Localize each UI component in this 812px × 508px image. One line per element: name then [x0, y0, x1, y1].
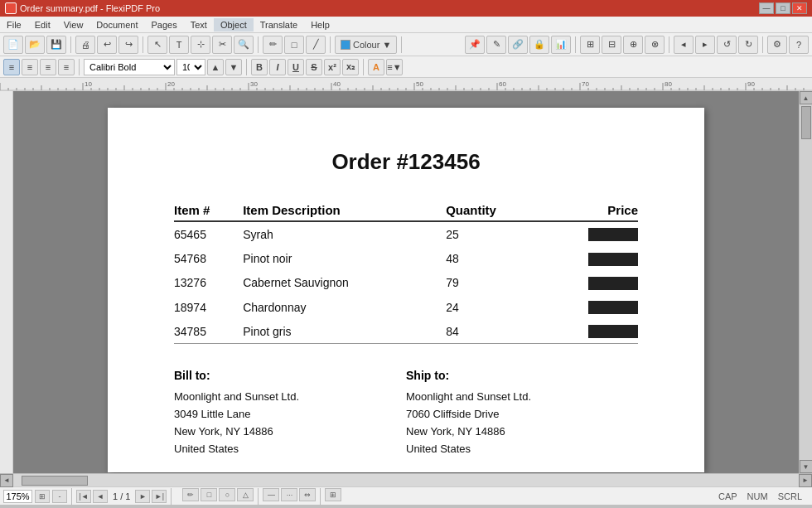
- prev-page-button[interactable]: ◄: [93, 490, 108, 503]
- sep3: [258, 36, 259, 53]
- menu-text[interactable]: Text: [184, 18, 214, 31]
- status-scr: SCRL: [778, 491, 802, 501]
- strikethrough-button[interactable]: S: [306, 59, 322, 75]
- highlight-button[interactable]: A: [368, 59, 384, 75]
- bt-line2[interactable]: ···: [281, 488, 297, 501]
- menu-translate[interactable]: Translate: [254, 18, 304, 31]
- close-button[interactable]: ✕: [792, 2, 807, 14]
- nav-btn2[interactable]: ▸: [695, 36, 715, 54]
- hscroll-thumb[interactable]: [22, 476, 88, 486]
- scroll-down-button[interactable]: ▼: [800, 460, 813, 473]
- price-redacted-box: [588, 301, 638, 314]
- draw-tool[interactable]: ✏: [263, 36, 283, 54]
- bt-tool4[interactable]: △: [237, 488, 254, 501]
- extra-btn2[interactable]: ?: [789, 36, 809, 54]
- annot-btn4[interactable]: 🔒: [529, 36, 549, 54]
- titlebar-controls[interactable]: — □ ✕: [759, 2, 807, 14]
- undo-button[interactable]: ↩: [97, 36, 117, 54]
- nav-btn3[interactable]: ↺: [717, 36, 737, 54]
- sep8: [762, 36, 763, 53]
- zoom-input[interactable]: [3, 490, 32, 503]
- bt-line3[interactable]: ⇔: [299, 488, 316, 501]
- redo-button[interactable]: ↪: [118, 36, 138, 54]
- menu-pages[interactable]: Pages: [145, 18, 184, 31]
- last-page-button[interactable]: ►|: [152, 490, 167, 503]
- bill-to-label: Bill to:: [174, 369, 406, 382]
- bt-tool3[interactable]: ○: [219, 488, 235, 501]
- superscript-button[interactable]: x²: [324, 59, 341, 75]
- cell-item-num: 34785: [174, 319, 243, 344]
- view-btn3[interactable]: ⊕: [623, 36, 643, 54]
- align-right-button[interactable]: ≡: [40, 59, 56, 75]
- shape-tool[interactable]: □: [284, 36, 304, 54]
- font-size-select[interactable]: 10: [176, 59, 205, 75]
- more-fmt-button[interactable]: ≡▼: [386, 59, 403, 75]
- hscroll-left-button[interactable]: ◄: [0, 474, 13, 487]
- font-up-button[interactable]: ▲: [207, 59, 224, 75]
- bt-line1[interactable]: —: [263, 488, 279, 501]
- next-page-button[interactable]: ►: [135, 490, 150, 503]
- print-button[interactable]: 🖨: [75, 36, 95, 54]
- annot-btn5[interactable]: 📊: [551, 36, 571, 54]
- save-button[interactable]: 💾: [46, 36, 66, 54]
- zoom-out-button[interactable]: -: [52, 490, 67, 503]
- nav-btn1[interactable]: ◂: [674, 36, 694, 54]
- colour-swatch: [341, 40, 350, 50]
- text-tool[interactable]: T: [169, 36, 189, 54]
- pointer-tool[interactable]: ↖: [147, 36, 167, 54]
- menu-object[interactable]: Object: [214, 18, 254, 31]
- zoom-fit-button[interactable]: ⊞: [35, 490, 50, 503]
- align-left-button[interactable]: ≡: [3, 59, 20, 75]
- view-btn1[interactable]: ⊞: [580, 36, 600, 54]
- underline-button[interactable]: U: [288, 59, 304, 75]
- vertical-ruler: [0, 91, 13, 473]
- bt-tool1[interactable]: ✏: [182, 488, 199, 501]
- subscript-button[interactable]: x₂: [342, 59, 359, 75]
- status-num: NUM: [747, 491, 768, 501]
- horizontal-scrollbar[interactable]: ◄ ►: [0, 473, 812, 486]
- crop-tool[interactable]: ✂: [212, 36, 232, 54]
- menu-view[interactable]: View: [57, 18, 90, 31]
- sep-fmt3: [363, 59, 364, 75]
- new-button[interactable]: 📄: [3, 36, 23, 54]
- zoom-tool[interactable]: 🔍: [234, 36, 254, 54]
- bt-tool2[interactable]: □: [201, 488, 217, 501]
- select-tool[interactable]: ⊹: [191, 36, 210, 54]
- first-page-button[interactable]: |◄: [76, 490, 91, 503]
- annot-btn3[interactable]: 🔗: [508, 36, 528, 54]
- hscroll-right-button[interactable]: ►: [799, 474, 812, 487]
- bottom-tools: ✏ □ ○ △ — ··· ⇔ ⊞: [182, 488, 341, 505]
- minimize-button[interactable]: —: [759, 2, 774, 14]
- cell-price: [543, 271, 638, 295]
- bt-extra1[interactable]: ⊞: [325, 488, 341, 501]
- menu-edit[interactable]: Edit: [28, 18, 57, 31]
- sep4: [330, 36, 331, 53]
- font-select[interactable]: Calibri Bold: [84, 59, 175, 75]
- cell-quantity: 24: [446, 295, 543, 319]
- bold-button[interactable]: B: [251, 59, 268, 75]
- menu-file[interactable]: File: [0, 18, 28, 31]
- view-btn2[interactable]: ⊟: [602, 36, 621, 54]
- menu-document[interactable]: Document: [89, 18, 144, 31]
- align-center-button[interactable]: ≡: [22, 59, 38, 75]
- bill-to-company: Moonlight and Sunset Ltd.: [174, 389, 406, 406]
- nav-btn4[interactable]: ↻: [738, 36, 758, 54]
- annot-btn2[interactable]: ✎: [486, 36, 506, 54]
- scroll-up-button[interactable]: ▲: [800, 91, 813, 104]
- annot-btn1[interactable]: 📌: [465, 36, 485, 54]
- line-tool[interactable]: ╱: [306, 36, 326, 54]
- extra-btn1[interactable]: ⚙: [767, 36, 787, 54]
- justify-button[interactable]: ≡: [58, 59, 75, 75]
- open-button[interactable]: 📂: [25, 36, 45, 54]
- colour-button[interactable]: Colour ▼: [335, 36, 397, 54]
- vertical-scrollbar[interactable]: ▲ ▼: [799, 91, 812, 473]
- menu-help[interactable]: Help: [304, 18, 336, 31]
- maximize-button[interactable]: □: [776, 2, 790, 14]
- page-area[interactable]: Order #123456 Item # Item Description Qu…: [13, 91, 799, 473]
- cell-price: [543, 295, 638, 319]
- cell-item-num: 65465: [174, 221, 243, 246]
- view-btn4[interactable]: ⊗: [645, 36, 665, 54]
- font-down-button[interactable]: ▼: [225, 59, 242, 75]
- italic-button[interactable]: I: [269, 59, 286, 75]
- scroll-thumb[interactable]: [801, 106, 811, 139]
